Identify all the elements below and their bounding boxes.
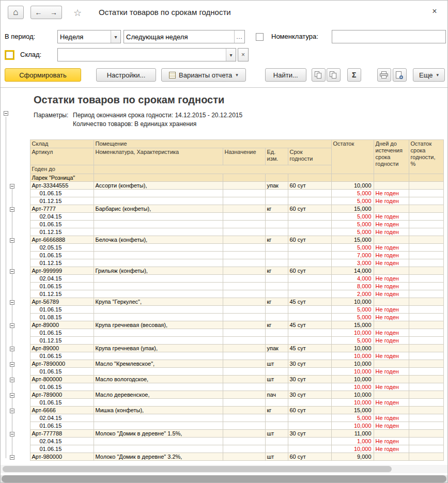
purpose-cell[interactable] bbox=[223, 236, 265, 244]
favorite-star-icon[interactable]: ☆ bbox=[73, 7, 82, 19]
percent-cell[interactable] bbox=[409, 329, 443, 337]
purpose-cell[interactable] bbox=[223, 337, 265, 345]
nomenclature-cell[interactable] bbox=[94, 368, 223, 376]
period-type-input[interactable] bbox=[58, 30, 111, 43]
unit-cell[interactable] bbox=[265, 275, 288, 283]
qty-cell[interactable]: 5,000 bbox=[331, 244, 374, 252]
purpose-cell[interactable] bbox=[223, 391, 265, 399]
percent-cell[interactable] bbox=[409, 368, 443, 376]
article-cell[interactable]: Арт-89000 bbox=[30, 345, 94, 352]
status-cell[interactable]: Не годен bbox=[374, 306, 409, 314]
percent-cell[interactable] bbox=[409, 352, 443, 360]
days-cell[interactable] bbox=[374, 298, 409, 306]
purpose-cell[interactable] bbox=[223, 197, 265, 205]
valid-until-cell[interactable]: 01.06.15 bbox=[30, 190, 94, 197]
percent-cell[interactable] bbox=[409, 306, 443, 314]
percent-cell[interactable] bbox=[409, 314, 443, 321]
nomenclature-cell[interactable] bbox=[94, 352, 223, 360]
header-article[interactable]: Артикул bbox=[30, 148, 94, 165]
ellipsis-button[interactable]: ... bbox=[234, 30, 244, 43]
valid-until-cell[interactable]: 01.06.15 bbox=[30, 445, 94, 453]
nomenclature-cell[interactable] bbox=[94, 438, 223, 445]
nomenclature-cell[interactable] bbox=[94, 228, 223, 236]
unit-cell[interactable] bbox=[265, 445, 288, 453]
qty-cell[interactable]: 5,000 bbox=[331, 337, 374, 345]
status-cell[interactable]: Не годен bbox=[374, 283, 409, 290]
valid-until-cell[interactable]: 02.04.15 bbox=[30, 438, 94, 445]
shelf-cell[interactable] bbox=[288, 174, 331, 182]
shelf-cell[interactable] bbox=[288, 275, 331, 283]
shelf-cell[interactable]: 60 сут bbox=[288, 407, 331, 414]
qty-cell[interactable] bbox=[331, 174, 374, 182]
valid-until-cell[interactable]: 02.04.15 bbox=[30, 414, 94, 422]
purpose-cell[interactable] bbox=[223, 205, 265, 213]
valid-until-cell[interactable]: 01.06.15 bbox=[30, 399, 94, 407]
purpose-cell[interactable] bbox=[223, 228, 265, 236]
shelf-cell[interactable] bbox=[288, 383, 331, 391]
percent-cell[interactable] bbox=[409, 414, 443, 422]
shelf-cell[interactable] bbox=[288, 337, 331, 345]
collapse-group-icon[interactable] bbox=[10, 347, 14, 351]
sum-button[interactable]: Σ bbox=[347, 68, 361, 82]
shelf-cell[interactable]: 45 сут bbox=[288, 345, 331, 352]
status-cell[interactable]: Не годен bbox=[374, 290, 409, 298]
unit-cell[interactable]: упак bbox=[265, 345, 288, 352]
nomenclature-cell[interactable] bbox=[94, 190, 223, 197]
qty-cell[interactable]: 10,000 bbox=[331, 422, 374, 430]
more-button[interactable]: Еще ▾ bbox=[413, 68, 445, 82]
percent-cell[interactable] bbox=[409, 236, 443, 244]
unit-cell[interactable]: шт bbox=[265, 376, 288, 383]
unit-cell[interactable] bbox=[265, 213, 288, 221]
days-cell[interactable] bbox=[374, 360, 409, 368]
nomenclature-cell[interactable]: Крупа гречневая (упак), bbox=[94, 345, 223, 352]
unit-cell[interactable]: кг bbox=[265, 205, 288, 213]
shelf-cell[interactable] bbox=[288, 283, 331, 290]
qty-cell[interactable]: 4,000 bbox=[331, 275, 374, 283]
unit-cell[interactable] bbox=[265, 337, 288, 345]
valid-until-cell[interactable]: 01.06.15 bbox=[30, 352, 94, 360]
find-button[interactable]: Найти... bbox=[265, 68, 306, 82]
shelf-cell[interactable]: 60 сут bbox=[288, 267, 331, 275]
header-days-to-expiry[interactable]: Дней до истечения срока годности bbox=[374, 140, 409, 174]
purpose-cell[interactable] bbox=[223, 445, 265, 453]
nomenclature-cell[interactable] bbox=[94, 422, 223, 430]
unit-cell[interactable]: кг bbox=[265, 267, 288, 275]
period-type-combo[interactable]: ▾ bbox=[57, 30, 121, 43]
horizontal-scrollbar[interactable] bbox=[1, 465, 447, 473]
days-cell[interactable] bbox=[374, 205, 409, 213]
qty-cell[interactable]: 11,000 bbox=[331, 430, 374, 438]
shelf-cell[interactable] bbox=[288, 290, 331, 298]
valid-until-cell[interactable]: 01.06.15 bbox=[30, 221, 94, 228]
collapse-group-icon[interactable] bbox=[10, 269, 14, 274]
qty-cell[interactable]: 2,000 bbox=[331, 290, 374, 298]
qty-cell[interactable]: 5,000 bbox=[331, 190, 374, 197]
shelf-cell[interactable] bbox=[288, 368, 331, 376]
shelf-cell[interactable] bbox=[288, 197, 331, 205]
qty-cell[interactable]: 10,000 bbox=[331, 368, 374, 376]
valid-until-cell[interactable]: 01.06.15 bbox=[30, 252, 94, 259]
shelf-cell[interactable]: 45 сут bbox=[288, 298, 331, 306]
valid-until-cell[interactable]: 02.04.15 bbox=[30, 213, 94, 221]
percent-cell[interactable] bbox=[409, 407, 443, 414]
qty-cell[interactable]: 5,000 bbox=[331, 414, 374, 422]
copy-button[interactable] bbox=[312, 68, 326, 82]
unit-cell[interactable] bbox=[265, 290, 288, 298]
status-cell[interactable]: Не годен bbox=[374, 314, 409, 321]
days-cell[interactable] bbox=[374, 376, 409, 383]
shelf-cell[interactable]: 30 сут bbox=[288, 430, 331, 438]
shelf-cell[interactable] bbox=[288, 252, 331, 259]
close-icon[interactable]: × bbox=[430, 7, 439, 16]
status-cell[interactable]: Не годен bbox=[374, 228, 409, 236]
percent-cell[interactable] bbox=[409, 197, 443, 205]
nomenclature-cell[interactable]: Молоко "Домик в деревне" 1.5%, bbox=[94, 430, 223, 438]
unit-cell[interactable] bbox=[265, 314, 288, 321]
days-cell[interactable] bbox=[374, 391, 409, 399]
valid-until-cell[interactable]: 01.06.15 bbox=[30, 329, 94, 337]
article-cell[interactable]: Арт-789000 bbox=[30, 391, 94, 399]
collapse-group-icon[interactable] bbox=[10, 432, 14, 437]
nomenclature-cell[interactable] bbox=[94, 383, 223, 391]
qty-cell[interactable]: 5,000 bbox=[331, 314, 374, 321]
nomenclature-cell[interactable] bbox=[94, 314, 223, 321]
nomenclature-cell[interactable] bbox=[94, 414, 223, 422]
unit-cell[interactable] bbox=[265, 244, 288, 252]
